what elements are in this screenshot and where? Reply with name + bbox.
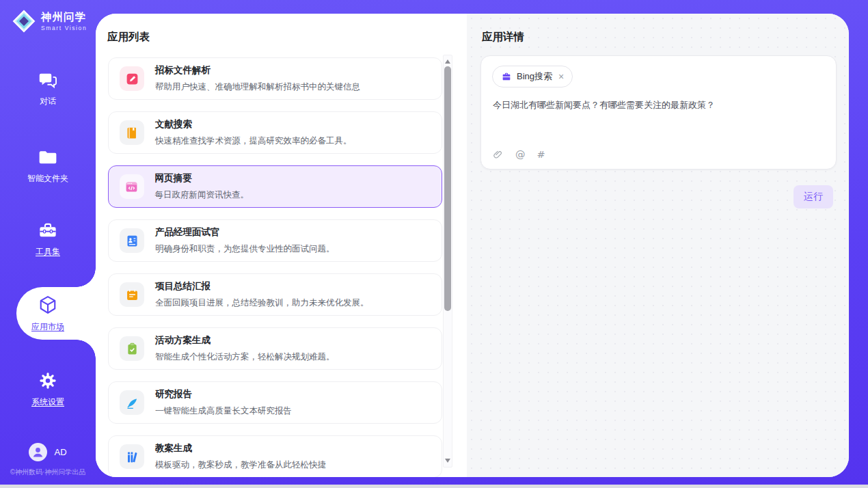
hash-icon[interactable]: #	[537, 149, 545, 160]
brand-logo: 神州问学 Smart Vision	[12, 10, 87, 33]
app-description: 明确身份和职责，为您提供专业性的面试问题。	[155, 243, 335, 255]
sidebar-item-smart-folder[interactable]: 智能文件夹	[0, 148, 96, 185]
scroll-down-arrow-icon[interactable]	[445, 459, 450, 463]
app-card-web-summary[interactable]: 网页摘要 每日政府新闻资讯快查。	[108, 165, 442, 208]
sidebar-item-toolbox[interactable]: 工具集	[0, 221, 96, 258]
briefcase-icon	[501, 71, 512, 82]
calendar-icon	[120, 282, 144, 307]
attachment-toolbar: @ #	[493, 149, 545, 160]
folder-icon	[38, 148, 57, 167]
run-row: 运行	[794, 185, 833, 208]
app-description: 模板驱动，教案秒成，教学准备从此轻松快捷	[155, 459, 326, 471]
sidebar-item-label: 对话	[40, 96, 56, 107]
app-name: 研究报告	[155, 388, 292, 401]
query-input-card: Bing搜索 × 今日湖北有哪些新闻要点？有哪些需要关注的最新政策？ @ #	[480, 55, 837, 170]
app-name: 网页摘要	[155, 172, 249, 185]
app-name: 文献搜索	[155, 118, 352, 131]
cube-icon	[38, 295, 58, 315]
sidebar: 神州问学 Smart Vision 对话 智能文件夹	[0, 0, 96, 488]
sidebar-item-settings[interactable]: 系统设置	[0, 371, 96, 408]
user-initials: AD	[54, 447, 66, 457]
app-name: 活动方案生成	[155, 334, 335, 347]
quill-pen-icon	[120, 390, 144, 415]
books-icon	[120, 444, 144, 469]
app-card-pm-interviewer[interactable]: 产品经理面试官 明确身份和职责，为您提供专业性的面试问题。	[108, 219, 442, 262]
app-card-bid-document-analysis[interactable]: 招标文件解析 帮助用户快速、准确地理解和解析招标书中的关键信息	[108, 57, 442, 100]
brand-subtitle: Smart Vision	[41, 25, 87, 31]
app-detail-title: 应用详情	[482, 30, 524, 44]
app-description: 一键智能生成高质量长文本研究报告	[155, 405, 292, 417]
sidebar-item-chat[interactable]: 对话	[0, 70, 96, 107]
app-card-event-plan[interactable]: 活动方案生成 智能生成个性化活动方案，轻松解决规划难题。	[108, 327, 442, 370]
app-card-literature-search[interactable]: 文献搜索 快速精准查找学术资源，提高研究效率的必备工具。	[108, 111, 442, 154]
app-card-list: 招标文件解析 帮助用户快速、准确地理解和解析招标书中的关键信息 文献搜索	[108, 57, 442, 477]
sidebar-item-label: 应用市场	[31, 321, 64, 333]
interview-doc-icon	[120, 228, 144, 253]
app-name: 产品经理面试官	[155, 226, 335, 239]
edit-square-icon	[120, 66, 144, 91]
sidebar-footer: ©神州数码·神州问学出品	[0, 467, 96, 477]
sidebar-item-label: 系统设置	[31, 396, 64, 408]
sidebar-item-label: 工具集	[36, 246, 60, 258]
app-name: 项目总结汇报	[155, 280, 369, 293]
tool-tag-bing-search[interactable]: Bing搜索 ×	[492, 66, 573, 87]
sidebar-item-label: 智能文件夹	[27, 173, 68, 185]
app-card-project-summary[interactable]: 项目总结汇报 全面回顾项目进展，总结经验教训，助力未来优化发展。	[108, 273, 442, 316]
app-card-lesson-plan[interactable]: 教案生成 模板驱动，教案秒成，教学准备从此轻松快捷	[108, 435, 442, 477]
toolbox-icon	[38, 221, 57, 240]
app-description: 快速精准查找学术资源，提高研究效率的必备工具。	[155, 135, 352, 147]
web-code-icon	[120, 174, 144, 199]
tag-close-icon[interactable]: ×	[558, 72, 564, 81]
run-button[interactable]: 运行	[794, 185, 833, 208]
app-name: 招标文件解析	[155, 64, 360, 77]
app-name: 教案生成	[155, 442, 326, 455]
scroll-up-arrow-icon[interactable]	[445, 59, 450, 64]
brand-text: 神州问学 Smart Vision	[41, 11, 87, 31]
book-icon	[120, 120, 144, 145]
app-description: 全面回顾项目进展，总结经验教训，助力未来优化发展。	[155, 297, 369, 309]
tool-tag-label: Bing搜索	[517, 70, 552, 83]
app-detail-panel: 应用详情 Bing搜索 × 今日湖北有哪些新闻要点？有哪些需要关注的最新政策？ …	[467, 14, 849, 477]
app-card-research-report[interactable]: 研究报告 一键智能生成高质量长文本研究报告	[108, 381, 442, 424]
app-list-panel: 应用列表 招标文件解析 帮助用户快速、准确地理解和解析招标书中的关键信息	[96, 14, 467, 477]
query-input[interactable]: 今日湖北有哪些新闻要点？有哪些需要关注的最新政策？	[493, 99, 825, 111]
chat-icon	[38, 70, 57, 90]
sidebar-item-app-market[interactable]: 应用市场	[0, 287, 96, 340]
list-scrollbar[interactable]	[443, 55, 452, 467]
user-account[interactable]: AD	[0, 443, 96, 461]
gear-icon	[38, 371, 57, 390]
app-description: 帮助用户快速、准确地理解和解析招标书中的关键信息	[155, 81, 360, 93]
app-description: 每日政府新闻资讯快查。	[155, 189, 249, 201]
brand-name: 神州问学	[41, 11, 87, 23]
paperclip-icon[interactable]	[493, 149, 504, 160]
app-list-title: 应用列表	[107, 30, 150, 44]
brand-diamond-icon	[12, 10, 36, 33]
scrollbar-thumb[interactable]	[444, 66, 451, 311]
window-bottom-edge	[0, 485, 868, 488]
at-icon[interactable]: @	[515, 149, 526, 160]
avatar-person-icon	[29, 443, 47, 461]
main-content: 应用列表 招标文件解析 帮助用户快速、准确地理解和解析招标书中的关键信息	[96, 14, 849, 477]
app-description: 智能生成个性化活动方案，轻松解决规划难题。	[155, 351, 335, 363]
clipboard-check-icon	[120, 336, 144, 361]
